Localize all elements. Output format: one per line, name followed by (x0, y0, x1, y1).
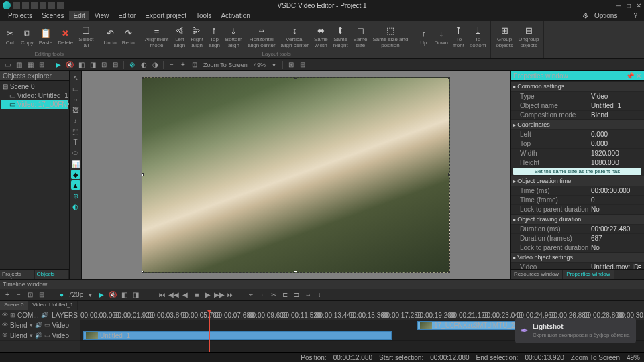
ribbon-button[interactable]: ⫰Bottomalign (223, 23, 244, 50)
ribbon-button[interactable]: ☐Selectall (76, 23, 95, 50)
playhead[interactable] (209, 310, 210, 352)
tool-icon[interactable]: ◐ (139, 60, 148, 70)
zoom-in-icon[interactable]: + (178, 60, 188, 70)
prop-row[interactable]: Lock to parent durationNo (511, 243, 644, 252)
prop-row[interactable]: Time (ms)00:00:00.000 (511, 186, 644, 195)
tool-icon[interactable]: ⊡ (99, 60, 109, 70)
ribbon-button[interactable]: ↷Redo (120, 23, 137, 50)
tool-icon[interactable]: ▥ (14, 60, 23, 70)
circle-icon[interactable]: ○ (71, 95, 80, 104)
tl-tool-icon[interactable]: ↕ (315, 290, 324, 300)
chart-icon[interactable]: 📊 (71, 159, 80, 168)
menu-editor[interactable]: Editor (114, 11, 140, 20)
tl-tool-icon[interactable]: + (3, 290, 12, 300)
prop-row[interactable]: Lock to parent durationNo (511, 204, 644, 214)
tooltip-icon[interactable]: ⬭ (71, 148, 80, 158)
prop-section[interactable]: Common settings (511, 81, 644, 91)
tab-properties[interactable]: Properties window (563, 270, 614, 279)
ribbon-button[interactable]: ⊞Groupobjects (494, 23, 515, 50)
tool-icon[interactable]: ⊞ (286, 60, 296, 70)
tl-begin-icon[interactable]: ⏮ (158, 290, 167, 300)
tool-icon[interactable]: ▭ (3, 60, 12, 70)
video-frame[interactable] (142, 77, 450, 273)
ribbon-button[interactable]: ⬌Samewidth (312, 23, 330, 50)
tool-icon[interactable]: ◧ (76, 60, 86, 70)
image-icon[interactable]: 🖼 (71, 105, 80, 115)
tab-resources[interactable]: Resources window (511, 270, 563, 279)
sprite-icon[interactable]: ⬚ (71, 127, 80, 136)
cancel-icon[interactable]: ⊘ (127, 60, 137, 70)
counter-icon[interactable]: ⊕ (71, 191, 80, 200)
tl-tool-icon[interactable]: − (14, 290, 23, 300)
tl-tool-icon[interactable]: ⊟ (37, 290, 46, 300)
tl-tool-icon[interactable]: ◧ (119, 290, 129, 300)
track-row[interactable]: 👁Blend▾🔊▭Video (0, 330, 80, 341)
prop-row[interactable]: Top0.000 (511, 139, 644, 148)
tl-play-icon[interactable]: ▶ (97, 290, 106, 300)
tl-tab-scene[interactable]: Scene 0 (0, 301, 28, 310)
ribbon-button[interactable]: ⤓Tobottom (468, 23, 488, 50)
ribbon-button[interactable]: ↶Undo (102, 23, 119, 50)
tl-tool-icon[interactable]: ⫠ (258, 290, 267, 300)
ribbon-button[interactable]: ⬚Same size andposition (371, 23, 411, 50)
ribbon-button[interactable]: ⤒Tofront (451, 23, 466, 50)
ribbon-button[interactable]: ↓Down (432, 23, 449, 50)
scene-node[interactable]: ⊟ Scene 0 (1, 82, 68, 91)
ribbon-button[interactable]: ≡Alignmentmode (143, 23, 171, 50)
tl-tool-icon[interactable]: ↔ (303, 290, 313, 300)
prop-row[interactable]: Object nameUntitled_1 (511, 101, 644, 110)
ribbon-button[interactable]: ⫷Leftalign (172, 23, 187, 50)
tl-stop-icon[interactable]: ■ (192, 290, 201, 300)
prop-section[interactable]: Coordinates (511, 119, 644, 129)
tl-mute-icon[interactable]: 🔇 (108, 290, 117, 300)
tab-projects-explorer[interactable]: Projects explorer (0, 270, 35, 279)
dropdown-icon[interactable]: ▾ (270, 60, 279, 70)
help-icon[interactable]: ? (629, 11, 641, 20)
menu-edit[interactable]: Edit (69, 11, 89, 20)
tool-icon[interactable]: ⊞ (37, 60, 46, 70)
audio-icon[interactable]: ♪ (71, 116, 80, 125)
ribbon-button[interactable]: ◻Samesize (352, 23, 370, 50)
tl-split-icon[interactable]: ✂ (269, 290, 278, 300)
ribbon-button[interactable]: ↑Up (416, 23, 431, 50)
prop-section[interactable]: Video object settings (511, 252, 644, 262)
menu-projects[interactable]: Projects (4, 11, 36, 20)
ribbon-button[interactable]: ⧉Copy (19, 23, 36, 50)
tl-prev-icon[interactable]: ◀◀ (169, 290, 178, 300)
ribbon-button[interactable]: ⫯Topalign (207, 23, 222, 50)
prop-section[interactable]: Object drawing duration (511, 214, 644, 224)
track-row[interactable]: 👁Blend▾🔊▭Video (0, 320, 80, 330)
shape2-icon[interactable]: ▲ (71, 180, 80, 190)
tl-stepfw-icon[interactable]: ▶ (203, 290, 213, 300)
zoom-fit-icon[interactable]: ⊡ (190, 60, 199, 70)
tool-icon[interactable]: ▦ (25, 60, 35, 70)
prop-row[interactable]: Height1080.000 (511, 158, 644, 167)
prop-row[interactable]: Composition modeBlend (511, 110, 644, 119)
mask-icon[interactable]: ◐ (71, 202, 80, 211)
ribbon-button[interactable]: ⬍Sameheight (331, 23, 350, 50)
tl-resolution[interactable]: 720p (68, 291, 83, 298)
tool-icon[interactable]: ◨ (88, 60, 97, 70)
mute-icon[interactable]: 🔇 (65, 60, 74, 70)
prop-row[interactable]: Time (frame)0 (511, 195, 644, 204)
prop-row[interactable]: Left0.000 (511, 129, 644, 139)
cursor-icon[interactable]: ↖ (71, 73, 80, 82)
prop-section[interactable]: Object creation time (511, 176, 644, 186)
text-icon[interactable]: T (71, 137, 80, 147)
tl-tool-icon[interactable]: ◨ (131, 290, 140, 300)
clip[interactable]: Untitled_1 (83, 331, 392, 340)
prop-row[interactable]: VideoUntitled.mov; ID=1 (511, 262, 644, 269)
ribbon-button[interactable]: ✂Cut (3, 23, 17, 50)
preview-canvas[interactable] (82, 71, 510, 279)
tl-tool-icon[interactable]: ⊡ (25, 290, 35, 300)
ribbon-button[interactable]: ⊟Ungroupobjects (517, 23, 541, 50)
tl-tool-icon[interactable]: ⫟ (246, 290, 256, 300)
dropdown-icon[interactable]: ▾ (85, 290, 95, 300)
zoom-label[interactable]: Zoom To Screen (201, 62, 250, 68)
tl-tool-icon[interactable]: ⊐ (292, 290, 301, 300)
video-node-selected[interactable]: ▭ Video: 17_U0FNXzc3MTdf (1, 100, 68, 109)
ribbon-button[interactable]: ⫸Rightalign (189, 23, 205, 50)
window-controls[interactable]: ─□✕ (616, 2, 641, 9)
ribbon-button[interactable]: 📋Paste (37, 23, 54, 50)
options-button[interactable]: ⚙ Options (578, 11, 625, 20)
